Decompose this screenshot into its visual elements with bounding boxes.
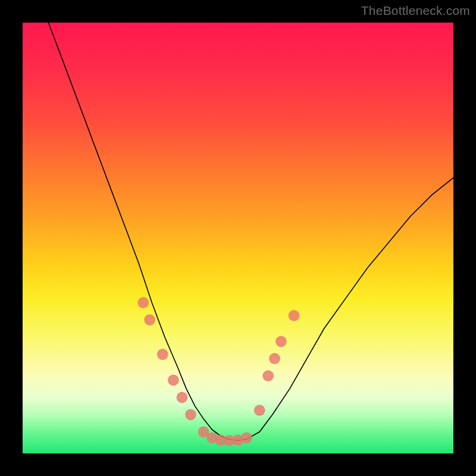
chart-frame: TheBottleneck.com xyxy=(0,0,476,476)
marker-dot xyxy=(177,392,188,403)
watermark-text: TheBottleneck.com xyxy=(361,4,470,18)
curve-group xyxy=(48,23,453,440)
marker-dot xyxy=(144,314,155,325)
markers-group xyxy=(137,297,299,446)
marker-dot xyxy=(185,409,196,420)
marker-dot xyxy=(262,370,274,381)
marker-dot xyxy=(157,349,168,360)
chart-svg xyxy=(23,23,453,453)
plot-area xyxy=(23,23,453,453)
marker-dot xyxy=(168,375,179,386)
marker-dot xyxy=(241,433,252,444)
marker-dot xyxy=(289,310,300,321)
marker-dot xyxy=(269,353,280,364)
marker-dot xyxy=(275,336,287,347)
marker-dot xyxy=(137,297,149,308)
marker-dot xyxy=(254,405,265,416)
bottleneck-curve xyxy=(48,23,453,440)
